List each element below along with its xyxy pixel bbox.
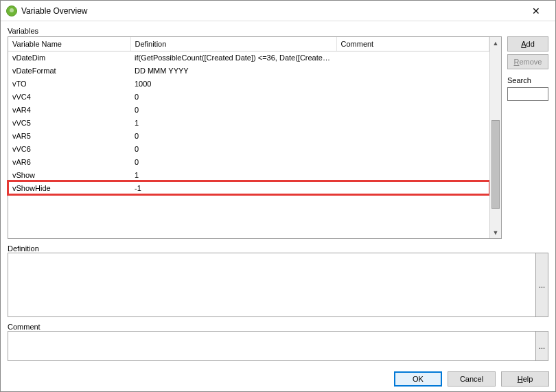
cell-comment bbox=[336, 142, 489, 155]
vertical-scrollbar[interactable]: ▲ ▼ bbox=[489, 37, 501, 238]
table-row[interactable]: vVC60 bbox=[8, 142, 489, 155]
cell-comment bbox=[336, 51, 489, 64]
help-button[interactable]: Help bbox=[501, 371, 549, 387]
definition-field-wrap: ... bbox=[8, 253, 548, 317]
cancel-button[interactable]: Cancel bbox=[448, 371, 496, 387]
cell-definition: 0 bbox=[130, 103, 336, 116]
cell-definition: 1 bbox=[130, 116, 336, 129]
cell-comment bbox=[336, 116, 489, 129]
add-button[interactable]: Add bbox=[507, 36, 548, 51]
cell-comment bbox=[336, 77, 489, 90]
cell-variable-name: vVC6 bbox=[8, 142, 130, 155]
cell-definition: 1 bbox=[130, 168, 336, 181]
search-label: Search bbox=[507, 76, 548, 84]
cell-definition: 0 bbox=[130, 142, 336, 155]
comment-label: Comment bbox=[8, 323, 548, 331]
comment-textarea[interactable] bbox=[8, 332, 535, 360]
window-title: Variable Overview bbox=[21, 6, 522, 16]
comment-field-wrap: ... bbox=[8, 331, 548, 361]
cell-comment bbox=[336, 129, 489, 142]
definition-label: Definition bbox=[8, 244, 548, 253]
search-input[interactable] bbox=[507, 87, 548, 101]
cell-variable-name: vAR5 bbox=[8, 129, 130, 142]
cell-definition: DD MMM YYYY bbox=[130, 64, 336, 77]
col-header-name[interactable]: Variable Name bbox=[8, 37, 130, 51]
cell-definition: if(GetPossibleCount([Created Date]) <=36… bbox=[130, 51, 336, 64]
cell-definition: 0 bbox=[130, 155, 336, 168]
cell-variable-name: vShow bbox=[8, 168, 130, 181]
remove-button: Remove bbox=[507, 54, 548, 69]
scroll-track[interactable] bbox=[490, 49, 501, 227]
cell-variable-name: vVC4 bbox=[8, 90, 130, 103]
cell-variable-name: vAR4 bbox=[8, 103, 130, 116]
cell-comment bbox=[336, 103, 489, 116]
table-row[interactable]: vDateFormatDD MMM YYYY bbox=[8, 64, 489, 77]
scroll-thumb[interactable] bbox=[491, 120, 500, 209]
app-icon bbox=[6, 5, 17, 16]
table-row[interactable]: vVC51 bbox=[8, 116, 489, 129]
table-row[interactable]: vVC40 bbox=[8, 90, 489, 103]
close-icon[interactable]: ✕ bbox=[522, 1, 550, 21]
cell-variable-name: vDateDim bbox=[8, 51, 130, 64]
dialog-button-bar: OK Cancel Help bbox=[394, 371, 549, 387]
cell-definition: 1000 bbox=[130, 77, 336, 90]
variables-table[interactable]: Variable Name Definition Comment vDateDi… bbox=[8, 36, 502, 239]
table-row[interactable]: vShowHide-1 bbox=[8, 181, 489, 194]
cell-variable-name: vDateFormat bbox=[8, 64, 130, 77]
cell-variable-name: vVC5 bbox=[8, 116, 130, 129]
table-row[interactable]: vAR50 bbox=[8, 129, 489, 142]
side-panel: Add Remove Search bbox=[507, 36, 548, 239]
table-row[interactable]: vAR60 bbox=[8, 155, 489, 168]
cell-comment bbox=[336, 64, 489, 77]
cell-comment bbox=[336, 90, 489, 103]
scroll-up-icon[interactable]: ▲ bbox=[490, 37, 501, 49]
titlebar: Variable Overview ✕ bbox=[1, 1, 555, 21]
cell-definition: 0 bbox=[130, 129, 336, 142]
col-header-definition[interactable]: Definition bbox=[130, 37, 336, 51]
cell-comment bbox=[336, 181, 489, 194]
col-header-comment[interactable]: Comment bbox=[336, 37, 489, 51]
cell-variable-name: vShowHide bbox=[8, 181, 130, 194]
table-row[interactable]: vDateDimif(GetPossibleCount([Created Dat… bbox=[8, 51, 489, 64]
ok-button[interactable]: OK bbox=[394, 371, 442, 387]
table-row[interactable]: vShow1 bbox=[8, 168, 489, 181]
table-header: Variable Name Definition Comment bbox=[8, 37, 489, 51]
cell-variable-name: vTO bbox=[8, 77, 130, 90]
cell-comment bbox=[336, 168, 489, 181]
table-row[interactable]: vTO1000 bbox=[8, 77, 489, 90]
definition-textarea[interactable] bbox=[8, 253, 535, 316]
definition-expand-button[interactable]: ... bbox=[535, 253, 548, 316]
variables-label: Variables bbox=[8, 27, 548, 35]
cell-comment bbox=[336, 155, 489, 168]
cell-definition: 0 bbox=[130, 90, 336, 103]
comment-expand-button[interactable]: ... bbox=[535, 332, 548, 360]
cell-definition: -1 bbox=[130, 181, 336, 194]
cell-variable-name: vAR6 bbox=[8, 155, 130, 168]
table-row[interactable]: vAR40 bbox=[8, 103, 489, 116]
scroll-down-icon[interactable]: ▼ bbox=[490, 227, 501, 238]
